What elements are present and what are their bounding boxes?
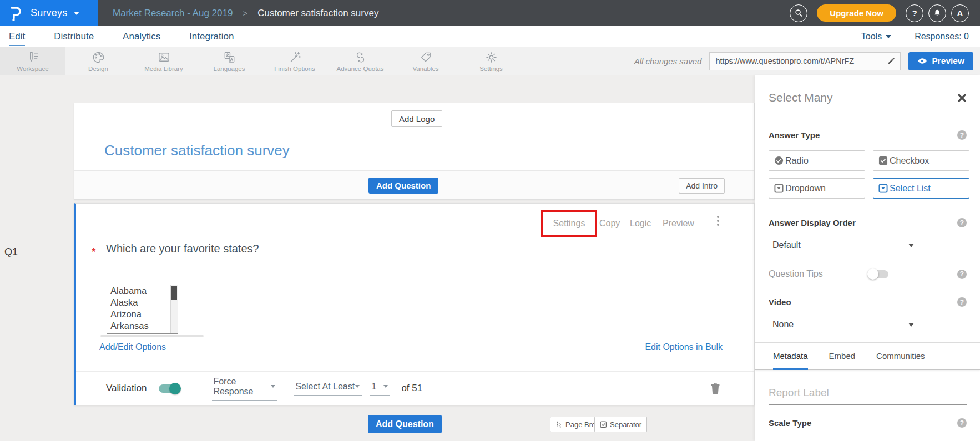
- question-preview-button[interactable]: Preview: [663, 219, 694, 229]
- editor-toolbar: Workspace Design Media Library Languages…: [0, 47, 980, 75]
- topbar-actions: Upgrade Now ? A: [790, 0, 969, 26]
- question-more-menu-icon[interactable]: [713, 216, 723, 226]
- toolbar-item-languages[interactable]: Languages: [196, 47, 262, 75]
- sidebar-header: Select Many: [769, 91, 967, 104]
- validation-toggle[interactable]: [159, 384, 179, 393]
- question-tips-row: Question Tips: [769, 269, 967, 279]
- toolbar-item-media-library[interactable]: Media Library: [131, 47, 196, 75]
- tab-integration[interactable]: Integration: [189, 27, 234, 46]
- tools-menu[interactable]: Tools: [861, 32, 891, 42]
- add-edit-options-link[interactable]: Add/Edit Options: [99, 342, 166, 352]
- answer-type-select-list[interactable]: Select List: [873, 178, 969, 199]
- add-intro-button[interactable]: Add Intro: [679, 178, 725, 194]
- toggle-knob: [867, 268, 878, 280]
- tab-metadata[interactable]: Metadata: [773, 351, 808, 370]
- gear-icon: [484, 50, 498, 64]
- help-icon[interactable]: [957, 218, 967, 227]
- tab-embed[interactable]: Embed: [829, 351, 856, 369]
- separator-checkbox-icon: [600, 421, 607, 428]
- toolbar-item-settings[interactable]: Settings: [458, 47, 524, 75]
- display-order-header: Answer Display Order: [769, 218, 967, 227]
- toolbar-item-advance-quotas[interactable]: Advance Quotas: [327, 47, 393, 75]
- media-library-icon: [157, 50, 171, 64]
- answer-option[interactable]: Arizona: [107, 308, 178, 320]
- toolbar-item-variables[interactable]: Variables: [393, 47, 458, 75]
- scale-type-label: Scale Type: [769, 418, 811, 428]
- connector-dash: [355, 424, 366, 424]
- answer-option[interactable]: Alaska: [107, 297, 178, 308]
- scrollbar-thumb[interactable]: [171, 286, 177, 300]
- edit-options-in-bulk-link[interactable]: Edit Options in Bulk: [645, 342, 723, 352]
- answer-option[interactable]: Arkansas: [107, 320, 178, 332]
- sidebar-tabs-section: Metadata Embed Communities: [755, 342, 980, 370]
- help-icon[interactable]: [957, 130, 967, 140]
- question-tips-label: Question Tips: [769, 269, 868, 279]
- chevron-down-icon: [383, 385, 388, 388]
- answer-option[interactable]: Alabama: [107, 285, 178, 297]
- help-icon[interactable]: [957, 270, 967, 279]
- save-status: All changes saved: [634, 57, 702, 66]
- listbox-scrollbar[interactable]: [170, 285, 178, 333]
- add-question-button-top[interactable]: Add Question: [368, 178, 438, 194]
- questionpro-survey-editor: Surveys Market Research - Aug 2019 > Cus…: [0, 0, 980, 441]
- account-avatar[interactable]: A: [951, 4, 969, 22]
- survey-url-field: [709, 52, 901, 70]
- video-select[interactable]: None: [769, 320, 914, 330]
- surveys-menu[interactable]: Surveys: [0, 0, 98, 26]
- toolbar-item-design[interactable]: Design: [65, 47, 131, 75]
- breadcrumb-folder[interactable]: Market Research - Aug 2019: [113, 8, 233, 19]
- answer-type-checkbox[interactable]: Checkbox: [873, 150, 969, 171]
- edit-url-pencil-icon[interactable]: [886, 56, 896, 66]
- help-icon[interactable]: [957, 297, 967, 307]
- question-text[interactable]: Which are your favorite states?: [106, 242, 259, 255]
- tab-distribute[interactable]: Distribute: [54, 27, 94, 46]
- select-at-least-select[interactable]: Select At Least: [294, 382, 362, 396]
- close-icon[interactable]: [957, 93, 967, 103]
- notifications-button[interactable]: [928, 4, 946, 22]
- answer-type-label: Answer Type: [769, 130, 820, 140]
- eye-icon: [917, 58, 927, 64]
- add-question-button-bottom[interactable]: Add Question: [368, 415, 442, 433]
- settings-highlight-annotation: Settings: [541, 210, 597, 237]
- preview-button[interactable]: Preview: [908, 52, 973, 70]
- radio-check-circle-icon: [774, 156, 784, 165]
- add-logo-button[interactable]: Add Logo: [391, 110, 442, 127]
- main-nav: Edit Distribute Analytics Integration To…: [0, 26, 980, 47]
- quota-links-icon: [353, 50, 367, 64]
- toolbar-right: All changes saved Preview: [634, 47, 980, 75]
- tab-communities[interactable]: Communities: [876, 351, 925, 369]
- upgrade-now-button[interactable]: Upgrade Now: [817, 4, 896, 22]
- responses-count[interactable]: Responses: 0: [915, 32, 969, 42]
- report-label-input[interactable]: [769, 385, 967, 405]
- scale-type-header: Scale Type: [769, 418, 967, 428]
- search-button[interactable]: [790, 4, 807, 22]
- help-button[interactable]: ?: [906, 4, 923, 22]
- question-tips-toggle[interactable]: [868, 270, 888, 278]
- question-copy-button[interactable]: Copy: [599, 219, 620, 229]
- toolbar-item-finish-options[interactable]: Finish Options: [262, 47, 327, 75]
- question-card: Settings Copy Logic Preview * Which are …: [74, 203, 755, 405]
- chevron-down-icon: [886, 35, 891, 38]
- answer-type-dropdown[interactable]: Dropdown: [769, 178, 865, 199]
- help-icon[interactable]: [957, 418, 967, 428]
- separator-button[interactable]: Separator: [594, 417, 647, 432]
- tab-edit[interactable]: Edit: [9, 27, 25, 46]
- display-order-select[interactable]: Default: [769, 240, 914, 250]
- survey-url-input[interactable]: [709, 52, 901, 70]
- answer-type-radio[interactable]: Radio: [769, 150, 865, 171]
- toggle-knob: [169, 383, 181, 394]
- tab-analytics[interactable]: Analytics: [123, 27, 160, 46]
- breadcrumb-current: Customer satisfaction survey: [257, 8, 378, 19]
- question-logic-button[interactable]: Logic: [630, 219, 651, 229]
- minimum-count-select[interactable]: 1: [370, 382, 390, 396]
- toolbar-item-workspace[interactable]: Workspace: [0, 47, 65, 75]
- required-marker: *: [92, 246, 95, 258]
- nav-right: Tools Responses: 0: [861, 32, 971, 42]
- survey-title[interactable]: Customer satisfaction survey: [104, 142, 290, 159]
- force-response-select[interactable]: Force Response: [212, 377, 277, 401]
- answer-select-list[interactable]: AlabamaAlaskaArizonaArkansas: [107, 285, 178, 334]
- question-settings-button[interactable]: Settings: [553, 219, 585, 229]
- delete-question-trash-icon[interactable]: [709, 382, 722, 395]
- question-settings-sidebar: Select Many Answer Type Radio Checkbox: [755, 75, 980, 441]
- checkbox-icon: [878, 156, 888, 165]
